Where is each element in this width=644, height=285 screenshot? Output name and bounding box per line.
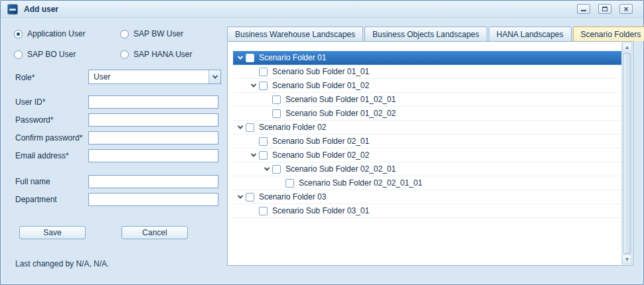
scroll-down-button[interactable]: ▼ xyxy=(622,255,632,264)
close-button[interactable]: × xyxy=(619,4,633,14)
tree-row[interactable]: Scenario Folder 01 xyxy=(233,51,621,65)
checkbox[interactable] xyxy=(259,82,268,90)
tab-business-objects-landscapes[interactable]: Business Objects Landscapes xyxy=(364,27,487,41)
tree-row-label: Scenario Sub Folder 02_02 xyxy=(272,150,369,160)
role-dropdown[interactable]: User xyxy=(88,70,221,84)
vertical-scrollbar[interactable]: ▲ ▼ xyxy=(621,42,632,264)
expand-toggle[interactable] xyxy=(234,56,246,60)
email-input[interactable] xyxy=(88,149,218,162)
radio-icon[interactable] xyxy=(14,30,23,38)
tab-business-warehouse-landscapes[interactable]: Business Warehouse Landscapes xyxy=(227,27,363,41)
checkbox[interactable] xyxy=(246,193,254,201)
save-button[interactable]: Save xyxy=(19,226,86,239)
tree-row[interactable]: Scenario Folder 03 xyxy=(233,190,621,204)
tree-row-label: Scenario Sub Folder 01_02 xyxy=(272,81,369,90)
app-icon xyxy=(7,4,18,15)
tree-row-label: Scenario Sub Folder 02_02_01_01 xyxy=(299,178,422,188)
department-input[interactable] xyxy=(88,193,218,206)
role-label: Role* xyxy=(15,73,35,82)
expand-toggle[interactable] xyxy=(234,195,246,199)
chevron-down-icon xyxy=(237,54,242,59)
scenario-folders-panel: Scenario Folder 01 Scenario Sub Folder 0… xyxy=(227,41,633,266)
scrollbar-thumb[interactable] xyxy=(623,53,631,254)
confirm-password-label: Confirm password* xyxy=(15,133,82,142)
minimize-button[interactable] xyxy=(577,4,590,14)
confirm-password-input[interactable] xyxy=(88,131,218,144)
full-name-label: Full name xyxy=(15,177,50,186)
window-title: Add user xyxy=(24,5,58,14)
tree-row[interactable]: Scenario Sub Folder 02_02 xyxy=(233,148,621,162)
password-input[interactable] xyxy=(88,113,218,127)
tree-row-label: Scenario Folder 03 xyxy=(259,192,326,201)
tree-row[interactable]: Scenario Sub Folder 01_02_02 xyxy=(233,107,621,121)
radio-sap-hana-user[interactable]: SAP HANA User xyxy=(120,50,221,59)
tree-row-label: Scenario Sub Folder 02_01 xyxy=(272,137,369,146)
user-type-radio-group: Application User SAP BW User SAP BO User… xyxy=(14,29,221,59)
tree-row[interactable]: Scenario Sub Folder 01_02 xyxy=(233,79,621,93)
tree-row[interactable]: Scenario Sub Folder 02_02_01_01 xyxy=(233,176,621,190)
role-dropdown-value: User xyxy=(89,72,208,82)
role-dropdown-button[interactable] xyxy=(208,70,220,84)
radio-icon[interactable] xyxy=(120,50,129,59)
tab-scenario-folders[interactable]: Scenario Folders xyxy=(573,27,644,41)
title-bar[interactable]: Add user × xyxy=(1,1,643,18)
tree-row[interactable]: Scenario Sub Folder 02_02_01 xyxy=(233,162,621,176)
radio-icon[interactable] xyxy=(120,30,129,38)
cancel-button[interactable]: Cancel xyxy=(121,226,188,239)
tree-row-label: Scenario Sub Folder 01_02_01 xyxy=(285,95,396,104)
scroll-up-button[interactable]: ▲ xyxy=(622,42,632,52)
landscape-tab-strip: Business Warehouse Landscapes Business O… xyxy=(227,27,644,41)
checkbox[interactable] xyxy=(246,123,254,132)
expand-toggle[interactable] xyxy=(261,167,272,171)
checkbox[interactable] xyxy=(246,54,254,62)
tree-row[interactable]: Scenario Folder 02 xyxy=(233,121,621,135)
radio-icon[interactable] xyxy=(14,50,23,59)
tree-row[interactable]: Scenario Sub Folder 03_01 xyxy=(233,204,621,218)
checkbox[interactable] xyxy=(259,68,268,76)
checkbox[interactable] xyxy=(259,137,268,146)
radio-label: Application User xyxy=(27,29,85,38)
user-id-label: User ID* xyxy=(15,97,45,107)
chevron-down-icon xyxy=(250,82,256,87)
add-user-dialog: Add user × Application User SAP BW User … xyxy=(0,0,644,285)
minimize-icon xyxy=(581,10,586,11)
tree-row-label: Scenario Folder 02 xyxy=(259,123,326,132)
chevron-down-icon xyxy=(237,123,242,129)
tree-row[interactable]: Scenario Sub Folder 02_01 xyxy=(233,135,621,148)
radio-label: SAP BW User xyxy=(133,29,183,38)
tree-row[interactable]: Scenario Sub Folder 01_02_01 xyxy=(233,93,621,107)
chevron-down-icon xyxy=(250,151,256,156)
radio-sap-bo-user[interactable]: SAP BO User xyxy=(14,50,120,59)
last-changed-note: Last changed by N/A, N/A. xyxy=(15,259,109,268)
tree-row-label: Scenario Sub Folder 03_01 xyxy=(272,206,369,215)
checkbox[interactable] xyxy=(259,207,268,215)
radio-label: SAP HANA User xyxy=(133,50,192,59)
checkbox[interactable] xyxy=(272,109,281,118)
expand-toggle[interactable] xyxy=(248,84,259,87)
checkbox[interactable] xyxy=(285,179,294,188)
chevron-down-icon xyxy=(264,165,269,170)
checkbox[interactable] xyxy=(272,95,281,104)
tree-row-label: Scenario Folder 01 xyxy=(259,53,326,62)
checkbox[interactable] xyxy=(259,151,268,160)
expand-toggle[interactable] xyxy=(234,125,246,129)
maximize-icon xyxy=(602,7,607,11)
tab-hana-landscapes[interactable]: HANA Landscapes xyxy=(489,27,572,41)
chevron-down-icon xyxy=(237,193,242,198)
checkbox[interactable] xyxy=(272,165,281,174)
tree-row-label: Scenario Sub Folder 01_01 xyxy=(272,67,369,76)
department-label: Department xyxy=(15,195,57,204)
user-id-input[interactable] xyxy=(88,95,218,109)
tree-row[interactable]: Scenario Sub Folder 01_01 xyxy=(233,65,621,79)
maximize-button[interactable] xyxy=(598,4,611,14)
radio-sap-bw-user[interactable]: SAP BW User xyxy=(120,29,221,38)
tree-row-label: Scenario Sub Folder 01_02_02 xyxy=(285,109,396,118)
expand-toggle[interactable] xyxy=(248,153,259,157)
tree-row-label: Scenario Sub Folder 02_02_01 xyxy=(285,164,396,174)
close-icon: × xyxy=(623,5,628,13)
full-name-input[interactable] xyxy=(88,175,218,188)
radio-label: SAP BO User xyxy=(27,50,76,59)
radio-application-user[interactable]: Application User xyxy=(14,29,120,38)
window-controls: × xyxy=(577,4,637,14)
password-label: Password* xyxy=(15,115,53,125)
